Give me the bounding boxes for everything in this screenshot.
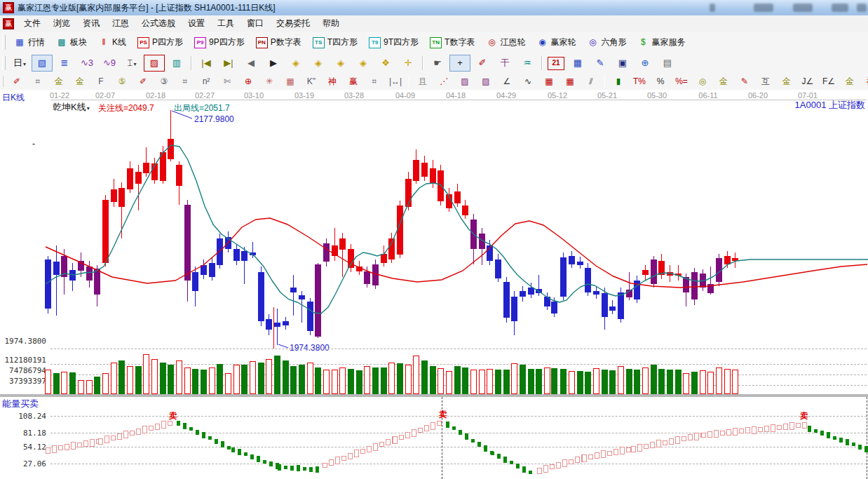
frame-tool-button[interactable]: 且 [413,74,433,89]
shen-angle-button[interactable]: 神∠ [861,74,868,89]
toolbar-button-9T四方形[interactable]: T99T四方形 [363,34,424,50]
star-grid-button[interactable]: ✳ [259,74,279,89]
gold-grid-1-button[interactable]: 金 [49,74,69,89]
zoom-left-button[interactable]: ◈ [285,55,306,72]
cycle-tool-button[interactable]: ♒ [517,55,538,72]
red-grid-2-button[interactable]: ▦ [560,74,580,89]
crosshair-tool-button[interactable]: + [449,55,470,72]
toolbar-button-P数字表[interactable]: PNP数字表 [250,34,307,50]
next-bar-button[interactable]: ▶ [263,55,284,72]
period-daily-button[interactable]: 日▾ [9,55,30,72]
window-control-blob[interactable] [754,4,773,12]
panel-separator[interactable] [0,394,868,397]
gold-angle-button[interactable]: 金∠ [840,74,860,89]
menu-item-资讯[interactable]: 资讯 [76,15,106,32]
toolbar-button-T数字表[interactable]: TNT数字表 [424,34,480,50]
toolbar-button-六角形[interactable]: ◎六角形 [581,34,632,50]
qiankun-pattern-button[interactable]: ▨ [144,55,165,72]
menu-item-设置[interactable]: 设置 [182,15,211,32]
parallel-lines-button[interactable]: ⫽ [581,74,601,89]
red-grid-button[interactable]: ▦ [539,74,559,89]
chart-canvas[interactable] [0,90,868,479]
web-save-button[interactable]: ⊕ [635,55,656,72]
fibonacci-grid-button[interactable]: F [91,74,111,89]
window-control-blob[interactable] [857,4,867,12]
quote-list-button[interactable]: ≣ [54,55,75,72]
zoom-right-button[interactable]: ◈ [308,55,329,72]
wave-line-button[interactable]: ∿ [518,74,538,89]
shen-grid-button[interactable]: 神 [323,74,342,89]
prev-bar-button[interactable]: ◀ [240,55,262,72]
toolbar-button-T四方形[interactable]: TST四方形 [307,34,363,50]
save-chart-button[interactable]: ▣ [612,55,633,72]
pan-4way-button[interactable]: ✛ [398,55,419,72]
ruler-123-button[interactable]: ⌗ [365,74,384,89]
toolbar-grip[interactable] [2,35,6,50]
ruler-2-button[interactable]: ⌗ [175,74,195,89]
kline-mode-label[interactable]: 乾坤K线▾ [53,101,90,114]
window-control-blob[interactable] [793,4,813,12]
toolbar-button-江恩轮[interactable]: ◎江恩轮 [480,34,531,50]
trend-angle-button[interactable]: ∠ [497,74,517,89]
hu-tool-button[interactable]: 互 [756,74,775,89]
toolbar-grip[interactable] [2,56,6,70]
menu-item-窗口[interactable]: 窗口 [240,15,270,32]
menu-item-浏览[interactable]: 浏览 [47,15,76,32]
percent-button[interactable]: % [651,74,670,89]
toolbar-button-行情[interactable]: ▦行情 [8,34,50,50]
wave-9-button[interactable]: ∿9 [99,55,120,72]
gold-circle-button[interactable]: ◎ [693,74,712,89]
notes-button[interactable]: ✎ [590,55,611,72]
draw-pen-2-button[interactable]: ✐ [133,74,153,89]
compress-button[interactable]: ◈ [353,55,374,72]
zoom-both-button[interactable]: ◈ [330,55,351,72]
t-percent-button[interactable]: T% [630,74,649,89]
wave-3-button[interactable]: ∿3 [76,55,97,72]
measure-width-button[interactable]: |↔| [386,74,405,89]
menu-item-帮助[interactable]: 帮助 [316,15,346,32]
menu-item-公式选股[interactable]: 公式选股 [135,15,182,32]
calculator-button[interactable]: ▦ [567,55,588,72]
menu-item-交易委托[interactable]: 交易委托 [270,15,316,32]
k-quote-button[interactable]: K" [301,74,321,89]
toolbar-button-P四方形[interactable]: PSP四方形 [132,34,189,50]
menu-item-文件[interactable]: 文件 [18,15,47,32]
fan-box-2-button[interactable]: ▨ [476,74,496,89]
j-angle-button[interactable]: J∠ [798,74,818,89]
first-bar-button[interactable]: |◀ [196,55,217,72]
menu-item-工具[interactable]: 工具 [211,15,240,32]
spiral-5-button[interactable]: ⑤ [112,74,132,89]
histogram-button[interactable]: ▥ [166,55,187,72]
calendar-button[interactable]: 21 [548,57,564,70]
window-control-blob[interactable] [832,4,848,12]
toolbar-button-赢家服务[interactable]: $赢家服务 [632,34,691,50]
toolbar-button-9P四方形[interactable]: P99P四方形 [189,34,250,50]
win-grid-button[interactable]: 赢 [344,74,363,89]
toolbar-button-板块[interactable]: ▩板块 [50,34,93,50]
gann-tool-button[interactable]: 干 [494,55,515,72]
window-control-blob[interactable] [710,4,715,12]
square-n-button[interactable]: n² [196,74,216,89]
gann-fan-button[interactable]: ⋰ [434,74,454,89]
f-angle-button[interactable]: F∠ [819,74,839,89]
gold-grid-2-button[interactable]: 金 [70,74,90,89]
circle-3-button[interactable]: ③ [154,74,174,89]
period-label[interactable]: 日K线 [2,92,25,104]
expand-button[interactable]: ❖ [375,55,396,72]
last-bar-button[interactable]: ▶| [218,55,239,72]
compass-tool-button[interactable]: ✐ [472,55,493,72]
export-button[interactable]: ▤ [657,55,678,72]
chart-style-button[interactable]: ▧ [32,55,53,72]
toolbar-button-K线[interactable]: ǁK线 [93,34,132,50]
gold-lines-button[interactable]: 金 [714,74,733,89]
symbol-label[interactable]: 1A0001 上证指数 [764,99,865,112]
hand-tool-button[interactable]: ☛ [427,55,448,72]
ruler-grid-button[interactable]: ⌗ [28,74,48,89]
indicator-title[interactable]: 能量买卖 [2,398,39,410]
gold-underline-button[interactable]: 金 [777,74,796,89]
fan-box-button[interactable]: ▨ [455,74,475,89]
target-circle-button[interactable]: ⊕ [238,74,258,89]
toolbar-button-赢家轮[interactable]: ◉赢家轮 [531,34,581,50]
bars-tool-button[interactable]: ▮ [609,74,628,89]
percent-line-button[interactable]: %= [672,74,691,89]
